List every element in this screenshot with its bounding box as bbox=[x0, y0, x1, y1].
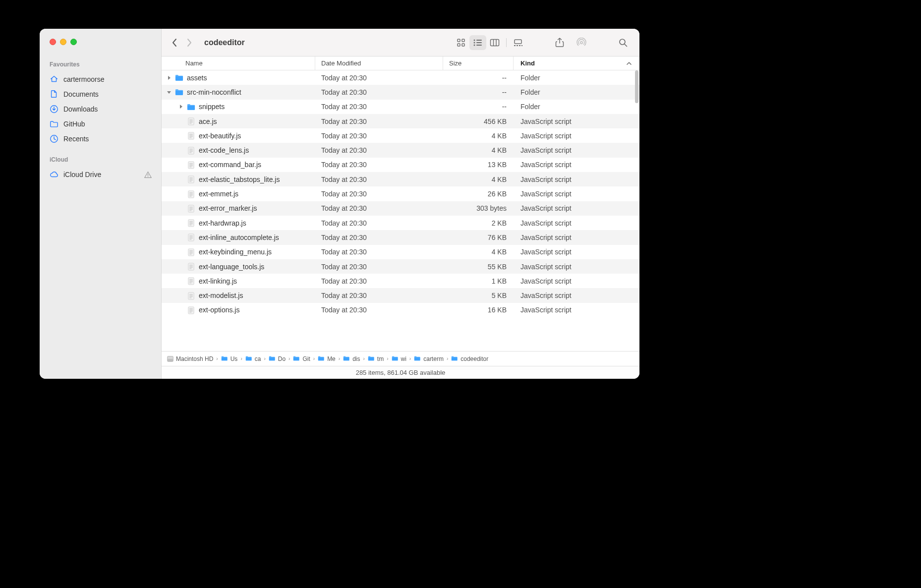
chevron-right-icon: › bbox=[447, 356, 448, 361]
file-kind: JavaScript script bbox=[514, 263, 639, 271]
file-icon bbox=[187, 175, 195, 183]
path-crumb[interactable]: Us bbox=[221, 355, 238, 362]
file-row[interactable]: ext-command_bar.js Today at 20:30 13 KB … bbox=[162, 158, 639, 172]
chevron-right-icon: › bbox=[264, 356, 265, 361]
column-header-date[interactable]: Date Modified bbox=[315, 57, 443, 70]
path-crumb[interactable]: Me bbox=[318, 355, 336, 362]
folder-icon bbox=[269, 355, 276, 362]
file-row[interactable]: ext-keybinding_menu.js Today at 20:30 4 … bbox=[162, 245, 639, 259]
minimize-window-button[interactable] bbox=[60, 39, 66, 45]
sidebar-item-recents[interactable]: Recents bbox=[40, 131, 161, 146]
recents-icon bbox=[50, 134, 58, 143]
chevron-right-icon: › bbox=[387, 356, 388, 361]
sidebar-item-cartermoorse[interactable]: cartermoorse bbox=[40, 72, 161, 87]
file-row[interactable]: ext-options.js Today at 20:30 16 KB Java… bbox=[162, 303, 639, 317]
file-kind: JavaScript script bbox=[514, 219, 639, 227]
path-crumb[interactable]: ca bbox=[245, 355, 261, 362]
column-header-name[interactable]: Name bbox=[162, 57, 315, 70]
sidebar-item-documents[interactable]: Documents bbox=[40, 87, 161, 102]
share-button[interactable] bbox=[551, 35, 568, 50]
file-name: ext-elastic_tabstops_lite.js bbox=[199, 176, 280, 183]
warning-icon bbox=[144, 171, 152, 179]
back-button[interactable] bbox=[170, 38, 179, 48]
sidebar-item-icloud-drive[interactable]: iCloud Drive bbox=[40, 167, 161, 182]
airdrop-button[interactable] bbox=[573, 35, 590, 50]
file-row[interactable]: ext-inline_autocomplete.js Today at 20:3… bbox=[162, 230, 639, 244]
list-view-button[interactable] bbox=[469, 35, 486, 50]
file-row[interactable]: ext-emmet.js Today at 20:30 26 KB JavaSc… bbox=[162, 186, 639, 201]
path-crumb[interactable]: Do bbox=[269, 355, 286, 362]
icon-view-button[interactable] bbox=[453, 35, 469, 50]
forward-button[interactable] bbox=[184, 38, 194, 48]
sidebar: FavouritescartermoorseDocumentsDownloads… bbox=[40, 29, 162, 379]
chevron-right-icon: › bbox=[363, 356, 364, 361]
path-crumb-label: dis bbox=[352, 355, 360, 362]
column-header-kind[interactable]: Kind bbox=[514, 57, 639, 70]
column-headers: Name Date Modified Size Kind bbox=[162, 57, 639, 70]
disclosure-triangle-icon[interactable] bbox=[167, 90, 172, 94]
file-size: 26 KB bbox=[443, 190, 514, 198]
file-size: 13 KB bbox=[443, 161, 514, 169]
gallery-view-button[interactable] bbox=[510, 35, 526, 50]
svg-point-19 bbox=[620, 39, 625, 45]
path-crumb[interactable]: tm bbox=[368, 355, 384, 362]
zoom-window-button[interactable] bbox=[70, 39, 77, 45]
file-row[interactable]: ext-hardwrap.js Today at 20:30 2 KB Java… bbox=[162, 216, 639, 230]
sort-indicator-icon bbox=[627, 61, 632, 65]
file-row[interactable]: ext-error_marker.js Today at 20:30 303 b… bbox=[162, 201, 639, 216]
disclosure-triangle-icon[interactable] bbox=[167, 75, 172, 80]
file-icon bbox=[187, 306, 195, 314]
file-date: Today at 20:30 bbox=[315, 161, 443, 169]
file-size: 4 KB bbox=[443, 176, 514, 183]
file-kind: JavaScript script bbox=[514, 234, 639, 241]
path-crumb[interactable]: carterm bbox=[414, 355, 444, 362]
status-bar: 285 items, 861.04 GB available bbox=[162, 366, 639, 379]
sidebar-item-downloads[interactable]: Downloads bbox=[40, 102, 161, 117]
file-kind: JavaScript script bbox=[514, 146, 639, 154]
file-row[interactable]: ext-modelist.js Today at 20:30 5 KB Java… bbox=[162, 288, 639, 302]
document-icon bbox=[50, 90, 58, 99]
path-crumb[interactable]: wi bbox=[392, 355, 406, 362]
file-date: Today at 20:30 bbox=[315, 176, 443, 183]
sidebar-item-label: Documents bbox=[63, 90, 99, 98]
search-button[interactable] bbox=[615, 35, 632, 50]
file-row[interactable]: ext-linking.js Today at 20:30 1 KB JavaS… bbox=[162, 274, 639, 288]
file-row[interactable]: src-min-noconflict Today at 20:30 -- Fol… bbox=[162, 85, 639, 99]
disclosure-triangle-icon[interactable] bbox=[178, 104, 183, 109]
sidebar-item-label: Recents bbox=[63, 135, 89, 143]
path-crumb[interactable]: Macintosh HD bbox=[167, 355, 213, 362]
file-icon bbox=[187, 262, 195, 271]
folder-icon bbox=[343, 355, 350, 362]
file-row[interactable]: ext-code_lens.js Today at 20:30 4 KB Jav… bbox=[162, 143, 639, 157]
sidebar-item-github[interactable]: GitHub bbox=[40, 117, 161, 131]
file-row[interactable]: ext-language_tools.js Today at 20:30 55 … bbox=[162, 259, 639, 274]
column-header-size[interactable]: Size bbox=[443, 57, 514, 70]
svg-rect-0 bbox=[458, 39, 460, 42]
close-window-button[interactable] bbox=[50, 39, 56, 45]
file-row[interactable]: ace.js Today at 20:30 456 KB JavaScript … bbox=[162, 114, 639, 128]
svg-rect-14 bbox=[514, 45, 516, 46]
file-row[interactable]: ext-elastic_tabstops_lite.js Today at 20… bbox=[162, 172, 639, 186]
file-date: Today at 20:30 bbox=[315, 292, 443, 299]
file-kind: Folder bbox=[514, 74, 639, 82]
svg-rect-7 bbox=[476, 42, 482, 43]
file-date: Today at 20:30 bbox=[315, 118, 443, 125]
path-crumb[interactable]: Git bbox=[293, 355, 310, 362]
file-row[interactable]: ext-beautify.js Today at 20:30 4 KB Java… bbox=[162, 128, 639, 143]
file-row[interactable]: snippets Today at 20:30 -- Folder bbox=[162, 100, 639, 114]
file-row[interactable]: assets Today at 20:30 -- Folder bbox=[162, 70, 639, 85]
folder-icon bbox=[245, 355, 253, 362]
column-view-button[interactable] bbox=[486, 35, 503, 50]
scrollbar-thumb[interactable] bbox=[635, 70, 638, 103]
file-list[interactable]: assets Today at 20:30 -- Folder src-min-… bbox=[162, 70, 639, 351]
file-kind: Folder bbox=[514, 103, 639, 111]
file-kind: JavaScript script bbox=[514, 118, 639, 125]
window-title: codeeditor bbox=[204, 38, 245, 47]
path-crumb[interactable]: codeeditor bbox=[451, 355, 488, 362]
file-name: assets bbox=[187, 74, 207, 82]
file-name: ext-linking.js bbox=[199, 277, 237, 285]
path-crumb[interactable]: dis bbox=[343, 355, 360, 362]
file-size: -- bbox=[443, 74, 514, 82]
file-icon bbox=[187, 292, 195, 300]
svg-point-4 bbox=[474, 39, 475, 41]
